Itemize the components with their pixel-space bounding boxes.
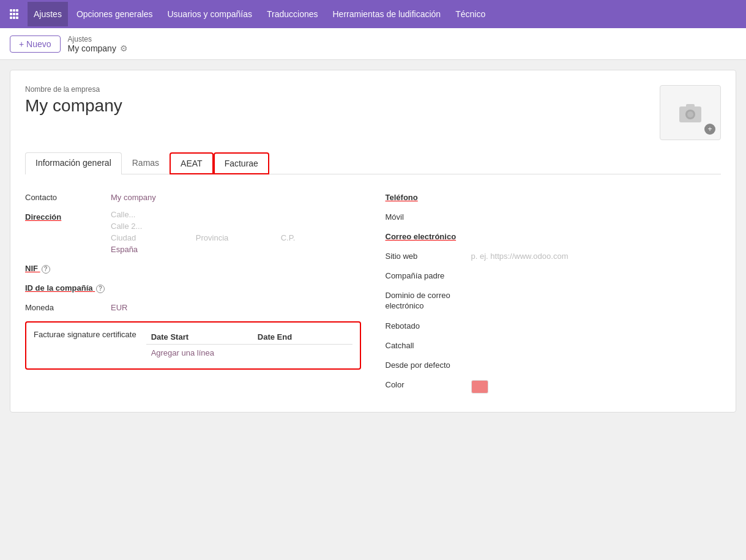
catchall-row: Catchall — [386, 335, 722, 354]
dominio-label: Dominio de correo electrónico — [386, 288, 471, 312]
cert-add-row: Agregar una línea — [146, 345, 352, 362]
id-compania-value[interactable] — [111, 281, 361, 283]
company-header: Nombre de la empresa My company + — [25, 85, 721, 140]
top-navigation: Ajustes Opciones generales Usuarios y co… — [0, 0, 746, 28]
cert-label: Facturae signature certificate — [34, 330, 136, 339]
apps-grid-icon[interactable] — [10, 9, 18, 19]
movil-label: Móvil — [386, 210, 471, 222]
nif-row: NIF ? — [25, 258, 361, 277]
breadcrumb: Ajustes My company ⚙ — [68, 35, 128, 53]
gear-icon[interactable]: ⚙ — [120, 43, 128, 53]
tab-aeat[interactable]: AEAT — [170, 152, 214, 174]
direccion-label: Dirección — [25, 210, 111, 222]
address-block: Calle... Calle 2... Ciudad Provincia C.P… — [111, 210, 361, 254]
tab-ramas[interactable]: Ramas — [122, 152, 170, 174]
breadcrumb-current: My company ⚙ — [68, 43, 128, 53]
compania-padre-label: Compañía padre — [386, 269, 471, 280]
desde-row: Desde por defecto — [386, 354, 722, 374]
sitio-label: Sitio web — [386, 249, 471, 261]
cert-col-date-start: Date Start — [146, 330, 253, 345]
cert-table: Date Start Date End Agregar una línea — [146, 330, 352, 361]
company-name[interactable]: My company — [25, 96, 122, 116]
cp-field[interactable]: C.P. — [281, 233, 361, 242]
breadcrumb-bar: + Nuevo Ajustes My company ⚙ — [0, 28, 746, 60]
compania-padre-value[interactable] — [471, 269, 722, 271]
id-compania-label: ID de la compañía ? — [25, 281, 111, 293]
tabs-container: Información general Ramas AEAT Facturae — [25, 152, 721, 174]
nav-traducciones[interactable]: Traducciones — [261, 2, 324, 26]
nav-tecnico[interactable]: Técnico — [449, 2, 491, 26]
nav-usuarios-companias[interactable]: Usuarios y compañías — [161, 2, 258, 26]
contacto-value[interactable]: My company — [111, 190, 361, 202]
nav-ajustes[interactable]: Ajustes — [28, 2, 68, 26]
compania-padre-row: Compañía padre — [386, 265, 722, 285]
rebotado-label: Rebotado — [386, 319, 471, 330]
tab-informacion-general[interactable]: Información general — [25, 152, 122, 174]
company-name-label: Nombre de la empresa — [25, 85, 122, 94]
contacto-row: Contacto My company — [25, 187, 361, 206]
correo-label: Correo electrónico — [386, 230, 471, 241]
main-content: Nombre de la empresa My company + Inform… — [0, 60, 746, 422]
nif-label: NIF ? — [25, 261, 111, 274]
color-label: Color — [386, 378, 471, 389]
sitio-row: Sitio web p. ej. https://www.odoo.com — [386, 245, 722, 265]
catchall-label: Catchall — [386, 338, 471, 350]
cert-section: Facturae signature certificate Date Star… — [25, 321, 361, 370]
color-swatch-container — [471, 378, 722, 394]
calle1-field[interactable]: Calle... — [111, 210, 361, 219]
dominio-value[interactable] — [471, 288, 722, 291]
pais-field[interactable]: España — [111, 245, 361, 254]
dominio-row: Dominio de correo electrónico — [386, 285, 722, 315]
direccion-row: Dirección Calle... Calle 2... Ciudad Pro… — [25, 206, 361, 258]
catchall-value[interactable] — [471, 338, 722, 341]
rebotado-value[interactable] — [471, 319, 722, 321]
cert-col-date-end: Date End — [253, 330, 352, 345]
breadcrumb-current-label: My company — [68, 43, 116, 53]
nif-help-icon[interactable]: ? — [42, 265, 50, 274]
desde-label: Desde por defecto — [386, 358, 471, 370]
form-body: Contacto My company Dirección Calle... C… — [25, 187, 721, 397]
contacto-label: Contacto — [25, 190, 111, 202]
movil-value[interactable] — [471, 210, 722, 212]
correo-value[interactable] — [471, 230, 722, 232]
sitio-value[interactable]: p. ej. https://www.odoo.com — [471, 249, 722, 261]
provincia-field[interactable]: Provincia — [196, 233, 276, 242]
city-province-row: Ciudad Provincia C.P. — [111, 233, 361, 242]
nif-value[interactable] — [111, 261, 361, 264]
telefono-value[interactable] — [471, 190, 722, 193]
company-name-section: Nombre de la empresa My company — [25, 85, 122, 116]
color-row: Color — [386, 374, 722, 397]
calle2-field[interactable]: Calle 2... — [111, 222, 361, 231]
form-card: Nombre de la empresa My company + Inform… — [10, 70, 736, 413]
form-right: Teléfono Móvil Correo electrónico Sitio … — [386, 187, 722, 397]
photo-add-icon: + — [704, 124, 715, 135]
color-swatch[interactable] — [471, 380, 488, 394]
new-button[interactable]: + Nuevo — [10, 35, 61, 53]
svg-rect-3 — [686, 104, 695, 108]
svg-point-2 — [687, 111, 693, 118]
ciudad-field[interactable]: Ciudad — [111, 233, 191, 242]
company-photo-upload[interactable]: + — [660, 85, 721, 140]
moneda-value[interactable]: EUR — [111, 301, 361, 312]
telefono-label: Teléfono — [386, 190, 471, 202]
id-compania-row: ID de la compañía ? — [25, 277, 361, 297]
moneda-label: Moneda — [25, 301, 111, 312]
tab-facturae[interactable]: Facturae — [214, 152, 269, 174]
nav-opciones-generales[interactable]: Opciones generales — [70, 2, 159, 26]
correo-row: Correo electrónico — [386, 226, 722, 245]
nav-herramientas-ludificacion[interactable]: Herramientas de ludificación — [327, 2, 447, 26]
form-left: Contacto My company Dirección Calle... C… — [25, 187, 361, 397]
breadcrumb-parent[interactable]: Ajustes — [68, 35, 128, 43]
rebotado-row: Rebotado — [386, 315, 722, 335]
desde-value[interactable] — [471, 358, 722, 360]
movil-row: Móvil — [386, 206, 722, 226]
telefono-row: Teléfono — [386, 187, 722, 206]
moneda-row: Moneda EUR — [25, 297, 361, 316]
cert-add-line-link[interactable]: Agregar una línea — [146, 345, 352, 361]
id-compania-help-icon[interactable]: ? — [96, 285, 105, 293]
